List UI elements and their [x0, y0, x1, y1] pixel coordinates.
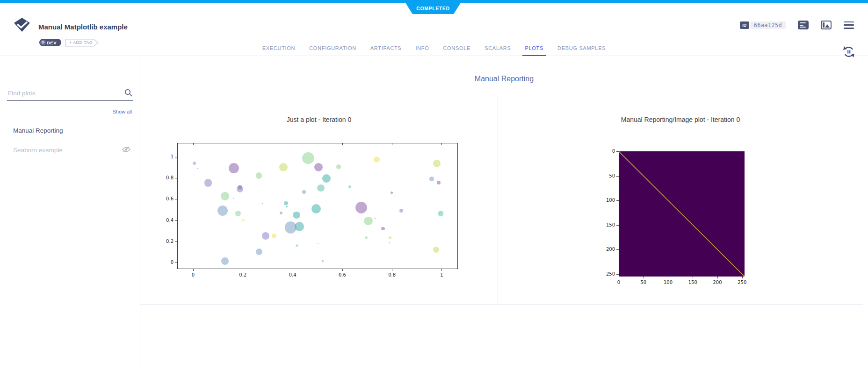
tab-execution[interactable]: EXECUTION [255, 45, 302, 56]
experiment-id: ID 66aa125d [740, 21, 786, 29]
menu-icon[interactable] [844, 21, 854, 29]
sidebar-item-label: Manual Reporting [13, 127, 63, 134]
search-icon[interactable] [124, 89, 132, 97]
scatter-bubble [322, 174, 331, 183]
heatmap-canvas[interactable] [619, 151, 745, 277]
scatter-bubble [217, 206, 228, 216]
scatter-plot-canvas[interactable] [177, 143, 458, 269]
tab-debug-samples[interactable]: DEBUG SAMPLES [550, 45, 613, 56]
tab-console[interactable]: CONSOLE [436, 45, 477, 56]
y-tick-label: 0.4 [159, 218, 174, 223]
scatter-bubble [389, 236, 391, 239]
scatter-bubble [237, 186, 243, 192]
heatmap-x-tick-label: 200 [711, 280, 724, 285]
x-tick-label: 0.6 [338, 272, 347, 277]
scatter-bubble [235, 211, 241, 216]
heatmap-y-tick-label: 100 [602, 198, 615, 203]
scatter-bubble [317, 184, 324, 192]
scatter-bubble [399, 209, 403, 213]
plots-main: Manual Reporting Just a plot - Iteration… [140, 56, 868, 369]
scatter-bubble [293, 212, 300, 219]
scatter-bubble [437, 181, 441, 185]
scatter-bubble [295, 222, 304, 231]
heatmap-x-tick-label: 100 [661, 280, 674, 285]
scatter-bubble [286, 206, 288, 208]
scatter-bubble [302, 152, 314, 164]
scatter-bubble [256, 172, 262, 178]
app-logo-icon [13, 17, 31, 33]
x-tick-label: 1 [437, 272, 446, 277]
tab-plots[interactable]: PLOTS [518, 45, 550, 56]
scatter-bubble [280, 212, 282, 214]
scatter-bubble [229, 163, 239, 173]
scatter-bubble [348, 185, 351, 188]
scatter-bubble [197, 168, 198, 169]
scatter-bubble [311, 204, 321, 213]
heatmap-y-tick-label: 50 [602, 173, 615, 178]
scatter-bubble [262, 232, 269, 240]
y-tick-label: 0.2 [159, 239, 174, 244]
heatmap-x-tick-label: 250 [736, 280, 749, 285]
scatter-bubble [204, 179, 212, 187]
plot-list: Manual ReportingSeaborn example [0, 121, 140, 160]
y-tick-label: 0.8 [159, 175, 174, 180]
status-ribbon: COMPLETED [405, 3, 461, 14]
details-view-icon[interactable] [798, 21, 809, 29]
scatter-bubble [322, 260, 324, 263]
scatter-bubble [272, 234, 276, 238]
scatter-plot-title: Just a plot - Iteration 0 [140, 116, 498, 123]
tab-scalars[interactable]: SCALARS [477, 45, 518, 56]
scatter-bubble [242, 219, 245, 221]
id-value: 66aa125d [750, 21, 786, 29]
scatter-bubble [262, 203, 263, 204]
sidebar-item-seaborn-example[interactable]: Seaborn example [0, 140, 140, 160]
search-input[interactable] [7, 88, 133, 101]
heatmap-y-tick-label: 200 [602, 247, 615, 252]
heatmap-x-tick-label: 50 [637, 280, 650, 285]
sidebar-item-label: Seaborn example [13, 147, 63, 154]
scatter-bubble [296, 244, 299, 248]
group-title: Manual Reporting [140, 56, 868, 95]
plot-card-scatter: Just a plot - Iteration 0 00.20.40.60.81… [140, 95, 498, 304]
scatter-bubble [221, 257, 229, 265]
scatter-bubble [364, 217, 373, 226]
scatter-bubble [193, 162, 196, 165]
heatmap-y-tick-label: 250 [602, 271, 615, 277]
scatter-bubble [256, 248, 263, 255]
y-tick-label: 0 [159, 260, 174, 265]
scatter-bubble [221, 192, 229, 200]
tab-configuration[interactable]: CONFIGURATION [302, 45, 363, 56]
heatmap-y-tick-label: 0 [602, 149, 615, 154]
id-badge: ID [740, 21, 749, 29]
scatter-bubble [318, 243, 318, 244]
heatmap-y-tick-label: 150 [602, 222, 615, 227]
eye-off-icon[interactable] [122, 146, 130, 154]
scatter-bubble [374, 218, 376, 219]
x-tick-label: 0.4 [288, 272, 297, 277]
status-bar [0, 0, 868, 3]
scatter-bubble [438, 211, 443, 216]
scatter-bubble [433, 160, 441, 168]
scatter-bubble [279, 163, 288, 171]
x-tick-label: 0.8 [387, 272, 397, 277]
heatmap-x-tick-label: 0 [612, 280, 625, 285]
experiment-title: Manual Matplotlib example [38, 23, 128, 31]
plots-sidebar: Show all Manual ReportingSeaborn example [0, 56, 140, 369]
sidebar-item-manual-reporting[interactable]: Manual Reporting [0, 121, 140, 140]
tab-info[interactable]: INFO [408, 45, 436, 56]
tab-artifacts[interactable]: ARTIFACTS [363, 45, 409, 56]
y-tick-label: 0.6 [159, 196, 174, 201]
scatter-bubble [302, 190, 305, 193]
info-panel-icon[interactable] [821, 21, 832, 29]
heatmap-x-tick-label: 150 [686, 280, 699, 285]
scatter-bubble [374, 156, 380, 163]
tab-bar: EXECUTIONCONFIGURATIONARTIFACTSINFOCONSO… [0, 42, 868, 56]
scatter-bubble [381, 227, 384, 230]
scatter-bubble [389, 242, 390, 243]
scatter-bubble [233, 198, 234, 199]
x-tick-label: 0 [188, 272, 198, 277]
scatter-bubble [391, 192, 393, 194]
show-all-link[interactable]: Show all [112, 109, 132, 114]
scatter-bubble [433, 247, 439, 253]
plot-card-heatmap: Manual Reporting/Image plot - Iteration … [498, 95, 863, 304]
